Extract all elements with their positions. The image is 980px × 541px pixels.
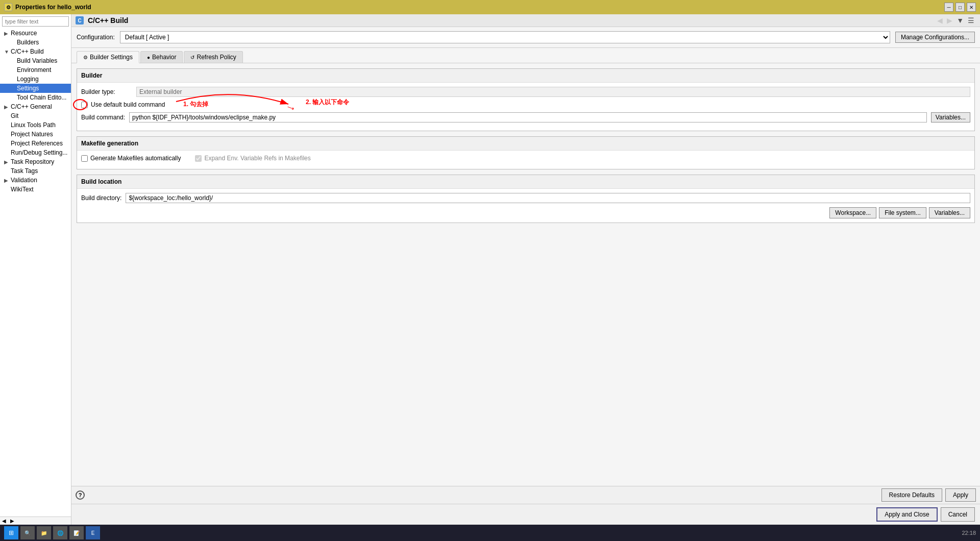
window-title: Properties for hello_world: [15, 4, 91, 11]
sidebar-item-environment[interactable]: Environment: [0, 65, 71, 75]
nav-menu-button[interactable]: ☰: [966, 16, 976, 24]
sidebar-item-linux-tools-path[interactable]: Linux Tools Path: [0, 120, 71, 130]
sidebar-scrollbar[interactable]: ◀ ▶: [0, 517, 71, 525]
builder-type-label: Builder type:: [81, 88, 132, 95]
expand-env-checkbox[interactable]: [195, 155, 202, 162]
content-top-bar: C C/C++ Build ◀ ▶ ▼ ☰: [71, 14, 980, 27]
sidebar-item-logging[interactable]: Logging: [0, 75, 71, 84]
expand-icon: ▶: [4, 104, 9, 110]
sidebar-item-run-debug-settings[interactable]: Run/Debug Setting...: [0, 148, 71, 157]
action-buttons: Restore Defaults Apply: [881, 488, 976, 502]
taskbar-item-2[interactable]: 📁: [37, 526, 51, 539]
sidebar-item-wikitext[interactable]: WikiText: [0, 185, 71, 194]
taskbar: ⊞ 🔍 📁 🌐 📝 E 22:18: [0, 525, 980, 541]
builder-settings-tab-icon: ⚙: [83, 55, 88, 60]
manage-configurations-button[interactable]: Manage Configurations...: [895, 32, 975, 43]
makefile-section-content: Generate Makefiles automatically Expand …: [77, 151, 974, 169]
apply-and-close-button[interactable]: Apply and Close: [876, 507, 937, 522]
taskbar-time: 22:18: [962, 530, 976, 536]
cancel-button[interactable]: Cancel: [941, 507, 975, 522]
nav-back-button[interactable]: ◀: [936, 16, 944, 24]
build-location-variables-button[interactable]: Variables...: [929, 207, 970, 218]
minimize-button[interactable]: ─: [944, 3, 953, 12]
builder-section: Builder Builder type: External builder U…: [77, 68, 975, 131]
filter-input[interactable]: [2, 16, 69, 27]
builder-section-wrapper: Builder Builder type: External builder U…: [77, 68, 975, 131]
config-label: Configuration:: [77, 34, 115, 41]
configuration-select[interactable]: Default [ Active ]: [120, 31, 890, 43]
app-icon: ⚙: [4, 3, 12, 11]
sidebar-item-task-tags[interactable]: Task Tags: [0, 166, 71, 176]
location-buttons: Workspace... File system... Variables...: [81, 207, 970, 218]
taskbar-item-4[interactable]: 📝: [69, 526, 84, 539]
use-default-label: Use default build command: [91, 101, 165, 108]
nav-dropdown-button[interactable]: ▼: [955, 16, 965, 24]
build-command-label: Build command:: [81, 114, 125, 121]
restore-defaults-button[interactable]: Restore Defaults: [881, 488, 942, 502]
build-command-input[interactable]: [129, 112, 927, 122]
generate-makefiles-label: Generate Makefiles automatically: [90, 155, 181, 162]
sidebar-item-project-natures[interactable]: Project Natures: [0, 130, 71, 139]
content-panel: Builder Builder type: External builder U…: [71, 63, 980, 486]
taskbar-item-1[interactable]: 🔍: [20, 526, 35, 539]
content-icon: C: [76, 16, 84, 24]
sidebar-item-project-references[interactable]: Project References: [0, 139, 71, 148]
build-dir-row: Build directory:: [81, 193, 970, 203]
makefile-section-title: Makefile generation: [77, 137, 974, 151]
apply-button[interactable]: Apply: [945, 488, 976, 502]
tabs-area: ⚙ Builder Settings ● Behavior ↺ Refresh …: [71, 48, 980, 63]
scroll-right-arrow[interactable]: ▶: [8, 518, 16, 524]
sidebar-item-tool-chain-editor[interactable]: Tool Chain Edito...: [0, 93, 71, 102]
sidebar-item-cpp-general[interactable]: ▶ C/C++ General: [0, 102, 71, 111]
build-command-variables-button[interactable]: Variables...: [931, 112, 970, 122]
maximize-button[interactable]: □: [955, 3, 965, 12]
expand-env-check-row: Expand Env. Variable Refs in Makefiles: [195, 155, 310, 162]
builder-type-row: Builder type: External builder: [81, 87, 970, 97]
sidebar: ▶ Resource Builders ▼ C/C++ Build Build …: [0, 14, 71, 525]
sidebar-item-resource[interactable]: ▶ Resource: [0, 29, 71, 38]
tree-container: ▶ Resource Builders ▼ C/C++ Build Build …: [0, 29, 71, 517]
makefile-section: Makefile generation Generate Makefiles a…: [77, 136, 975, 169]
taskbar-item-5[interactable]: E: [86, 526, 100, 539]
tab-refresh-policy[interactable]: ↺ Refresh Policy: [184, 51, 242, 63]
window-controls: ─ □ ✕: [944, 3, 976, 12]
content-area: C C/C++ Build ◀ ▶ ▼ ☰ Configuration: Def…: [71, 14, 980, 525]
annotation-text-2: 2. 输入以下命令: [306, 98, 349, 107]
sidebar-item-git[interactable]: Git: [0, 111, 71, 120]
use-default-checkbox[interactable]: [81, 102, 88, 108]
expand-icon: ▶: [4, 31, 9, 36]
builder-section-content: Builder type: External builder Use defau…: [77, 83, 974, 131]
content-title: C C/C++ Build: [76, 16, 128, 24]
tab-behavior[interactable]: ● Behavior: [140, 51, 183, 63]
generate-makefiles-row: Generate Makefiles automatically Expand …: [81, 155, 970, 162]
taskbar-item-3[interactable]: 🌐: [53, 526, 67, 539]
sidebar-item-task-repository[interactable]: ▶ Task Repository: [0, 157, 71, 166]
builder-section-title: Builder: [77, 69, 974, 83]
build-location-title: Build location: [77, 175, 974, 189]
generate-makefiles-checkbox[interactable]: [81, 155, 88, 162]
build-location-content: Build directory: Workspace... File syste…: [77, 189, 974, 223]
behavior-tab-icon: ●: [147, 55, 150, 60]
sidebar-item-cpp-build[interactable]: ▼ C/C++ Build: [0, 47, 71, 56]
title-bar: ⚙ Properties for hello_world ─ □ ✕: [0, 0, 980, 14]
tab-builder-settings[interactable]: ⚙ Builder Settings: [77, 51, 139, 63]
build-command-row: Build command: Variables... → 2. 输入以下命令: [81, 112, 970, 122]
start-button[interactable]: ⊞: [4, 526, 18, 539]
annotation-text-1: 1. 勾去掉: [183, 100, 208, 109]
build-dir-input[interactable]: [126, 193, 970, 203]
expand-icon: ▼: [4, 49, 9, 55]
expand-icon: ▶: [4, 178, 9, 183]
sidebar-item-settings[interactable]: Settings: [0, 84, 71, 93]
scroll-left-arrow[interactable]: ◀: [0, 518, 8, 524]
sidebar-item-build-variables[interactable]: Build Variables: [0, 56, 71, 65]
sidebar-item-builders[interactable]: Builders: [0, 38, 71, 47]
help-button[interactable]: ?: [76, 490, 85, 500]
file-system-button[interactable]: File system...: [879, 207, 926, 218]
sidebar-item-validation[interactable]: ▶ Validation: [0, 176, 71, 185]
nav-forward-button[interactable]: ▶: [945, 16, 954, 24]
workspace-button[interactable]: Workspace...: [829, 207, 876, 218]
expand-icon: ▶: [4, 159, 9, 165]
close-button[interactable]: ✕: [967, 3, 976, 12]
help-area: ? Restore Defaults Apply: [71, 486, 980, 504]
builder-type-value: External builder: [136, 87, 970, 97]
